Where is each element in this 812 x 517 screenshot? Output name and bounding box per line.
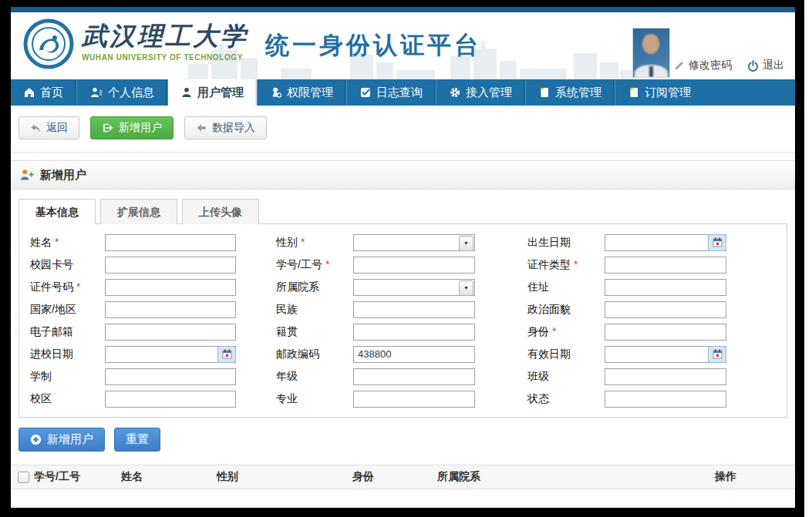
required-asterisk: *: [552, 325, 556, 337]
valid-date-calendar-button[interactable]: [708, 346, 726, 363]
tab-extended-info[interactable]: 扩展信息: [100, 199, 177, 224]
form-tabs: 基本信息 扩展信息 上传头像: [11, 190, 795, 223]
logout-link[interactable]: 退出: [747, 59, 784, 72]
window-edge: [804, 0, 812, 517]
toolbar: 返回 新增用户 数据导入: [11, 106, 795, 153]
id-number-input[interactable]: [105, 279, 236, 296]
back-arrow-icon: [30, 123, 41, 133]
political-status-input[interactable]: [605, 301, 726, 318]
class-label: 班级: [527, 370, 605, 384]
column-header-department: 所属院系: [437, 470, 715, 484]
column-header-gender: 性别: [217, 470, 352, 484]
select-all-cell: [11, 472, 34, 483]
campus-input[interactable]: [105, 391, 236, 408]
change-password-link[interactable]: 修改密码: [674, 59, 732, 72]
political-status-input-wrap: [605, 301, 726, 318]
campus-card-no-label: 校园卡号: [30, 258, 105, 272]
entry-date-input[interactable]: [105, 346, 236, 363]
user-table: 学号/工号 姓名 性别 身份 所属院系 操作: [11, 465, 795, 508]
required-asterisk: *: [301, 236, 305, 248]
postal-code-label: 邮政编码: [276, 347, 353, 361]
native-place-input-wrap: [353, 324, 475, 341]
nav-item-home[interactable]: 首页: [11, 79, 76, 106]
id-number-label: 证件号码*: [30, 280, 105, 294]
gender-input[interactable]: [353, 234, 475, 251]
field-major: 专业: [276, 388, 527, 410]
gender-input-wrap: ▼: [353, 234, 475, 251]
email-input[interactable]: [105, 324, 236, 341]
chevron-down-icon[interactable]: ▼: [459, 236, 473, 251]
power-icon: [747, 60, 759, 72]
native-place-input[interactable]: [353, 324, 475, 341]
entry-date-calendar-button[interactable]: [217, 346, 236, 363]
name-input[interactable]: [105, 234, 236, 251]
select-all-checkbox[interactable]: [18, 472, 29, 483]
back-button[interactable]: 返回: [19, 116, 79, 139]
status-input[interactable]: [605, 391, 726, 408]
campus-card-no-input[interactable]: [105, 257, 236, 274]
add-user-toolbar-button[interactable]: 新增用户: [90, 116, 174, 139]
id-type-input[interactable]: [605, 257, 726, 274]
field-campus: 校区: [22, 388, 276, 410]
nav-item-permission-management[interactable]: 权限管理: [257, 79, 346, 106]
nav-item-personal-info[interactable]: 个人信息: [76, 79, 167, 106]
avatar-photo: [633, 29, 669, 77]
campus-card-no-input-wrap: [105, 257, 236, 274]
birth-date-calendar-button[interactable]: [708, 234, 726, 251]
tab-upload-photo[interactable]: 上传头像: [182, 199, 259, 224]
log-check-icon: [360, 87, 371, 98]
table-empty-body: [11, 489, 795, 508]
user-icon: [181, 87, 192, 98]
chevron-down-icon[interactable]: ▼: [459, 280, 473, 296]
nav-item-log-query[interactable]: 日志查询: [346, 79, 436, 106]
nav-item-access-management[interactable]: 接入管理: [436, 79, 525, 106]
name-input-wrap: [105, 234, 236, 251]
political-status-label: 政治面貌: [527, 303, 605, 317]
class-input[interactable]: [605, 368, 726, 385]
plus-circle-icon: [30, 434, 42, 445]
submit-add-user-button[interactable]: 新增用户: [19, 428, 105, 452]
left-arrow-icon: [196, 123, 207, 133]
nav-item-user-management[interactable]: 用户管理: [167, 79, 257, 106]
field-department: 所属院系▼: [276, 276, 527, 298]
ethnicity-input[interactable]: [353, 301, 475, 318]
tab-basic-info[interactable]: 基本信息: [19, 199, 96, 224]
field-class: 班级: [527, 365, 787, 388]
table-header-row: 学号/工号 姓名 性别 身份 所属院系 操作: [11, 465, 795, 489]
field-name: 姓名*: [22, 231, 276, 253]
id-type-input-wrap: [605, 257, 726, 274]
data-import-button[interactable]: 数据导入: [184, 116, 267, 139]
nav-item-system-management[interactable]: 系统管理: [525, 79, 615, 106]
grade-input[interactable]: [353, 368, 475, 385]
top-accent-bar: [11, 7, 795, 12]
header: 武汉理工大学 WUHAN UNIVERSITY OF TECHNOLOGY 统一…: [11, 12, 795, 79]
document-icon: [628, 87, 639, 98]
permission-stamp-icon: [271, 87, 281, 98]
department-input[interactable]: [353, 279, 475, 296]
user-avatar[interactable]: [632, 28, 670, 78]
name-label: 姓名*: [30, 236, 105, 250]
grade-input-wrap: [353, 368, 475, 385]
university-name-en: WUHAN UNIVERSITY OF TECHNOLOGY: [82, 53, 248, 62]
field-birth-date: 出生日期: [527, 231, 787, 253]
country-region-input-wrap: [105, 301, 236, 318]
field-valid-date: 有效日期: [527, 343, 787, 365]
id-type-label: 证件类型*: [527, 258, 605, 272]
address-input[interactable]: [605, 279, 726, 296]
reset-button[interactable]: 重置: [114, 428, 160, 452]
identity-input[interactable]: [605, 324, 726, 341]
major-input[interactable]: [353, 391, 475, 408]
app-window: 武汉理工大学 WUHAN UNIVERSITY OF TECHNOLOGY 统一…: [11, 7, 795, 508]
field-study-length: 学制: [22, 365, 276, 388]
postal-code-input[interactable]: [353, 346, 475, 363]
field-id-type: 证件类型*: [527, 253, 787, 276]
field-political-status: 政治面貌: [527, 298, 787, 321]
student-staff-no-input[interactable]: [353, 257, 475, 274]
main-navigation: 首页 个人信息 用户管理 权限管理: [11, 79, 795, 106]
study-length-input[interactable]: [105, 368, 236, 385]
nav-item-subscription-management[interactable]: 订阅管理: [615, 79, 704, 106]
field-student-staff-no: 学号/工号*: [276, 253, 527, 276]
required-asterisk: *: [325, 258, 329, 270]
form-actions: 新增用户 重置: [11, 418, 795, 462]
country-region-input[interactable]: [105, 301, 236, 318]
